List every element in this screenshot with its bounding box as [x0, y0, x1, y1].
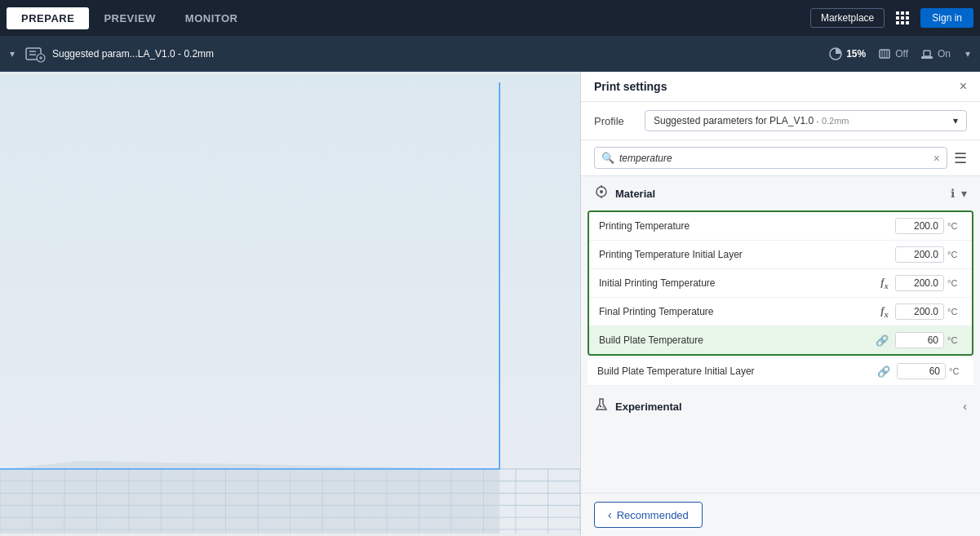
table-row: Final Printing Temperature fx °C — [589, 298, 972, 326]
experimental-left: Experimental — [594, 397, 682, 415]
recommended-chevron-icon: ‹ — [608, 508, 612, 521]
info-icon[interactable]: ℹ — [951, 187, 955, 200]
search-row: 🔍 × ☰ — [581, 140, 980, 176]
svg-point-52 — [600, 190, 603, 193]
setting-label: Printing Temperature — [599, 220, 895, 232]
setting-label: Build Plate Temperature — [599, 334, 876, 346]
svg-rect-3 — [896, 16, 899, 20]
profile-info: Suggested param...LA_V1.0 - 0.2mm — [24, 43, 818, 64]
search-clear-button[interactable]: × — [933, 153, 940, 164]
profile-label: Suggested param...LA_V1.0 - 0.2mm — [52, 48, 214, 60]
final-printing-temp-unit: °C — [947, 307, 962, 317]
svg-point-55 — [600, 405, 601, 407]
setting-label: Build Plate Temperature Initial Layer — [597, 365, 877, 377]
printing-temp-value[interactable] — [895, 218, 944, 234]
experimental-chevron-icon[interactable]: ‹ — [963, 400, 967, 413]
section-right: ℹ ▾ — [951, 187, 967, 200]
secondbar: ▾ Suggested param...LA_V1.0 - 0.2mm 15% — [0, 36, 980, 72]
profile-select[interactable]: Suggested parameters for PLA_V1.0 - 0.2m… — [645, 110, 967, 131]
monitor-button[interactable]: MONITOR — [171, 7, 253, 29]
recommended-label: Recommended — [617, 509, 689, 521]
profile-chevron-icon: ▾ — [953, 115, 958, 126]
build-plate-initial-unit: °C — [949, 366, 964, 376]
setting-label: Initial Printing Temperature — [599, 277, 880, 289]
bottom-bar: ‹ Recommended — [581, 493, 980, 536]
search-input-wrap: 🔍 × — [594, 147, 947, 169]
build-plate-temp-unit: °C — [947, 335, 962, 345]
printing-temp-unit: °C — [947, 221, 962, 231]
preview-button[interactable]: PREVIEW — [89, 7, 170, 29]
material-section-title: Material — [615, 188, 655, 200]
material-section-header[interactable]: Material ℹ ▾ — [581, 176, 980, 210]
support-value: Off — [895, 48, 908, 60]
grid-icon[interactable] — [891, 7, 914, 29]
signin-button[interactable]: Sign in — [920, 8, 973, 28]
build-plate-initial-value[interactable] — [897, 363, 946, 379]
setting-label: Final Printing Temperature — [599, 306, 880, 317]
table-row: Printing Temperature Initial Layer °C — [589, 241, 972, 269]
svg-rect-21 — [924, 51, 930, 56]
panel-title: Print settings — [594, 80, 667, 93]
search-icon: 🔍 — [601, 152, 614, 164]
svg-rect-4 — [901, 16, 904, 20]
section-left: Material — [594, 184, 655, 202]
profile-select-main: Suggested parameters for PLA_V1.0 — [654, 115, 814, 126]
search-input[interactable] — [619, 153, 929, 164]
profile-row-label: Profile — [594, 115, 635, 127]
setting-label: Printing Temperature Initial Layer — [599, 249, 895, 260]
svg-rect-7 — [901, 21, 904, 24]
close-button[interactable]: × — [960, 80, 967, 93]
secondbar-chevron[interactable]: ▾ — [965, 48, 970, 60]
table-row: Build Plate Temperature 🔗 °C — [589, 326, 972, 354]
profile-row: Profile Suggested parameters for PLA_V1.… — [581, 102, 980, 140]
material-icon — [594, 184, 609, 202]
table-row: Printing Temperature °C — [589, 212, 972, 241]
collapse-arrow[interactable]: ▾ — [10, 48, 15, 60]
main-area: Print settings × Profile Suggested param… — [0, 72, 980, 536]
build-plate-temp-value[interactable] — [895, 332, 944, 348]
svg-rect-0 — [896, 11, 899, 15]
infill-icon — [828, 47, 843, 61]
panel-header: Print settings × — [581, 72, 980, 102]
marketplace-button[interactable]: Marketplace — [810, 8, 885, 28]
settings-group: Printing Temperature °C Printing Tempera… — [588, 210, 973, 356]
link-icon-2: 🔗 — [877, 365, 890, 378]
experimental-section-header[interactable]: Experimental ‹ — [581, 389, 980, 423]
experimental-icon — [594, 397, 609, 415]
fx-icon-2: fx — [880, 304, 889, 319]
printing-temp-initial-value[interactable] — [895, 246, 944, 263]
profile-settings-icon — [24, 43, 46, 64]
settings-content: Material ℹ ▾ Printing Temperature °C Pri… — [581, 176, 980, 493]
link-icon-1: 🔗 — [876, 334, 889, 347]
initial-printing-temp-value[interactable] — [895, 275, 944, 291]
infill-item[interactable]: 15% — [828, 47, 866, 61]
svg-rect-1 — [901, 11, 904, 15]
svg-rect-5 — [906, 16, 909, 20]
printing-temp-initial-unit: °C — [947, 250, 962, 259]
recommended-button[interactable]: ‹ Recommended — [594, 502, 703, 528]
svg-point-56 — [602, 406, 604, 408]
adhesion-value: On — [938, 48, 951, 60]
table-row: Build Plate Temperature Initial Layer 🔗 … — [588, 357, 973, 386]
svg-marker-48 — [0, 461, 499, 534]
prepare-button[interactable]: PREPARE — [7, 7, 89, 29]
svg-rect-6 — [896, 21, 899, 24]
final-printing-temp-value[interactable] — [895, 303, 944, 320]
profile-select-sub: - 0.2mm — [814, 116, 849, 126]
viewport-svg — [0, 72, 580, 536]
support-item[interactable]: Off — [877, 47, 908, 61]
infill-value: 15% — [846, 48, 866, 60]
viewport — [0, 72, 580, 536]
filter-icon[interactable]: ☰ — [954, 149, 967, 167]
fx-icon-1: fx — [880, 276, 889, 290]
svg-rect-8 — [906, 21, 909, 24]
topbar: PREPARE PREVIEW MONITOR Marketplace Sign… — [0, 0, 980, 36]
nav-right: Marketplace Sign in — [810, 7, 973, 29]
print-settings-panel: Print settings × Profile Suggested param… — [580, 72, 980, 536]
initial-printing-temp-unit: °C — [947, 278, 962, 288]
adhesion-item[interactable]: On — [920, 47, 951, 61]
adhesion-icon — [920, 47, 934, 61]
svg-rect-2 — [906, 11, 909, 15]
table-row: Initial Printing Temperature fx °C — [589, 269, 972, 298]
material-chevron-icon[interactable]: ▾ — [961, 187, 967, 200]
